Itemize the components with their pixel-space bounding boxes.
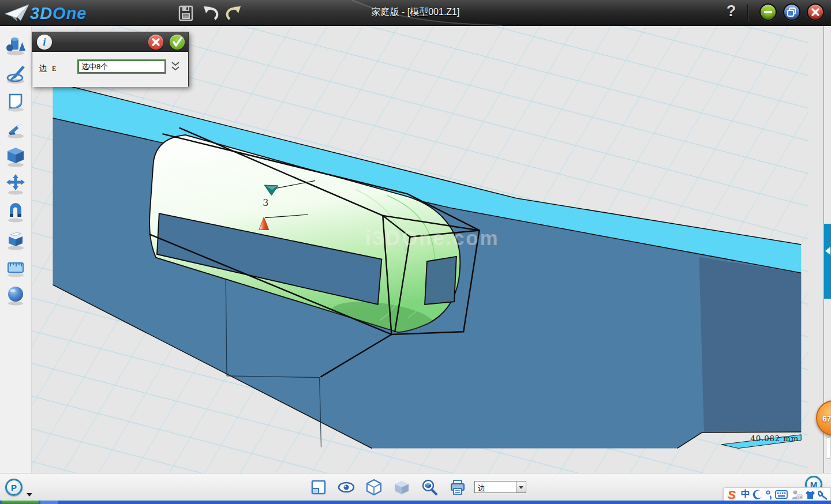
pencil-sketch-icon bbox=[5, 62, 27, 85]
p-badge-caret-icon[interactable] bbox=[27, 493, 32, 497]
app-logo: 3DOne bbox=[3, 2, 125, 24]
magnet-icon bbox=[5, 201, 27, 224]
wireframe-view-button[interactable] bbox=[365, 479, 383, 496]
selection-dialog: i 边 E bbox=[32, 32, 189, 86]
tshirt-icon bbox=[804, 490, 816, 500]
ime-punctuation-toggle[interactable] bbox=[764, 488, 774, 502]
expand-chevrons-icon[interactable] bbox=[171, 61, 180, 72]
measure-icon bbox=[5, 256, 27, 279]
minimize-button[interactable] bbox=[759, 3, 777, 21]
redo-button[interactable] bbox=[226, 5, 243, 22]
ime-skin[interactable] bbox=[803, 488, 817, 502]
sidebar-item-sketch-draw[interactable] bbox=[5, 62, 27, 85]
help-button[interactable]: ? bbox=[723, 2, 740, 22]
cube-icon bbox=[5, 145, 27, 168]
tool-sidebar bbox=[0, 26, 32, 473]
moon-icon bbox=[753, 490, 763, 500]
profile-icon: 14 bbox=[790, 490, 803, 500]
ime-language-toggle[interactable]: 中 bbox=[739, 488, 751, 502]
dimension-readout: 40.082 mm bbox=[750, 434, 799, 443]
save-button[interactable] bbox=[177, 5, 194, 22]
info-icon: i bbox=[37, 35, 52, 50]
punctuation-icon bbox=[765, 490, 773, 500]
sidebar-item-sweep-eraser[interactable] bbox=[5, 118, 27, 141]
zoom-search-button[interactable] bbox=[421, 479, 438, 496]
solids-icon bbox=[5, 35, 27, 58]
undo-button[interactable] bbox=[201, 5, 219, 22]
rounded-square-icon bbox=[5, 90, 27, 113]
titlebar: 3DOne 家庭版 - [模型001.Z1] ? bbox=[0, 0, 831, 26]
shaded-view-button[interactable] bbox=[393, 479, 410, 496]
svg-text:14: 14 bbox=[798, 495, 802, 499]
solid-right-face[interactable] bbox=[699, 257, 801, 432]
sidebar-item-combine-box[interactable] bbox=[5, 228, 27, 251]
move-arrows-icon bbox=[5, 173, 27, 196]
close-button[interactable] bbox=[807, 3, 824, 21]
ime-logo[interactable]: S bbox=[724, 488, 739, 502]
status-toolbar: P 边 M bbox=[0, 473, 831, 501]
panel-expand-tab[interactable] bbox=[824, 224, 831, 299]
taskbar-segment bbox=[40, 501, 58, 504]
start-button-edge[interactable] bbox=[2, 501, 39, 504]
model-end-opening[interactable] bbox=[425, 257, 456, 304]
badge-count: 67 bbox=[822, 414, 831, 423]
edge-field-label: 边 bbox=[39, 63, 47, 74]
eraser-icon bbox=[5, 118, 27, 141]
print-button[interactable] bbox=[449, 479, 466, 496]
wrench-icon bbox=[818, 490, 829, 500]
ime-toolbar: S 中 14 bbox=[723, 487, 831, 502]
confirm-button[interactable] bbox=[170, 35, 185, 50]
ime-profile[interactable]: 14 bbox=[789, 488, 803, 502]
restore-button[interactable] bbox=[783, 3, 800, 21]
sidebar-item-feature-cube[interactable] bbox=[5, 145, 27, 168]
dialog-header[interactable]: i bbox=[32, 32, 188, 52]
arrow-left-icon bbox=[825, 247, 830, 255]
ime-settings[interactable] bbox=[817, 488, 830, 502]
sidebar-item-snap-magnet[interactable] bbox=[5, 201, 27, 224]
open-box-icon bbox=[5, 228, 27, 251]
view-layout-button[interactable] bbox=[310, 479, 327, 496]
titlebar-separator bbox=[747, 4, 748, 22]
p-mode-badge[interactable]: P bbox=[5, 479, 23, 496]
logo-text-one: One bbox=[53, 4, 87, 22]
watermark-text: i3DOne.com bbox=[365, 227, 499, 249]
window-title: 家庭版 - [模型001.Z1] bbox=[242, 6, 589, 18]
sidebar-item-sketch-shape[interactable] bbox=[5, 90, 27, 113]
ime-fullhalf-toggle[interactable] bbox=[752, 488, 764, 502]
viewport-3d-scene[interactable]: 3 i3DOne.com 40.082 mm bbox=[0, 26, 831, 473]
cancel-button[interactable] bbox=[148, 35, 163, 50]
edge-field-shortcut: E bbox=[52, 65, 56, 73]
edge-selection-input[interactable] bbox=[77, 59, 166, 74]
sidebar-item-material-sphere[interactable] bbox=[5, 284, 27, 307]
sphere-icon bbox=[5, 284, 27, 307]
marker-number-label: 3 bbox=[263, 197, 268, 208]
sidebar-item-transform-move[interactable] bbox=[5, 173, 27, 196]
badge-slider-handle[interactable] bbox=[826, 437, 830, 459]
keyboard-icon bbox=[775, 490, 788, 499]
visibility-eye-button[interactable] bbox=[338, 479, 355, 496]
selection-filter-combobox[interactable]: 边 bbox=[474, 481, 526, 493]
os-taskbar-edge[interactable] bbox=[0, 501, 831, 504]
dialog-body: 边 E bbox=[32, 52, 188, 87]
ime-softkeyboard[interactable] bbox=[774, 488, 789, 502]
sidebar-item-solid-primitives[interactable] bbox=[5, 35, 27, 58]
sidebar-item-measure-gauge[interactable] bbox=[5, 256, 27, 279]
filter-selected-value: 边 bbox=[478, 483, 485, 494]
logo-text-3d: 3D bbox=[30, 4, 53, 22]
filter-dropdown-button[interactable] bbox=[516, 482, 526, 492]
paper-plane-icon bbox=[3, 2, 30, 24]
